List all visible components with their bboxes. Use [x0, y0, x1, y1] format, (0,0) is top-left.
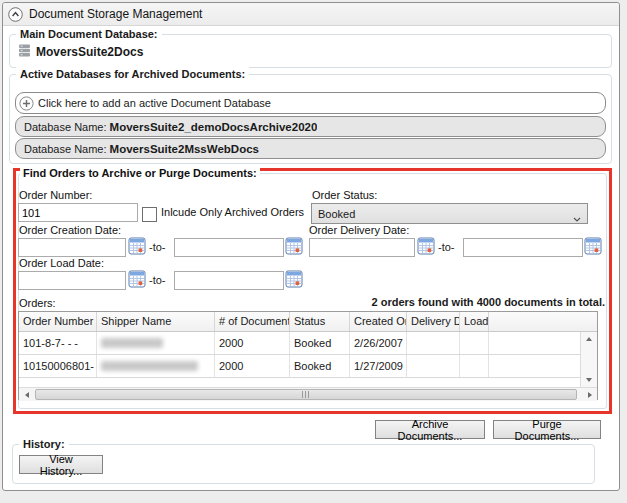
archived-database-name: MoversSuite2MssWebDocs — [110, 143, 259, 155]
view-history-button[interactable]: View History... — [19, 455, 103, 474]
cell-created-on: 2/26/2007 — [350, 332, 407, 354]
order-number-label: Order Number: — [19, 189, 92, 201]
cell-delivery-date — [407, 332, 460, 354]
load-date-to-input[interactable] — [174, 271, 284, 290]
panel-header: Document Storage Management — [3, 3, 619, 26]
cell-shipper-name — [97, 332, 215, 354]
calendar-icon[interactable] — [128, 270, 146, 288]
order-number-input[interactable] — [18, 203, 138, 222]
add-database-prompt: Click here to add an active Document Dat… — [38, 97, 271, 109]
history-group: History: View History... — [12, 444, 595, 484]
cell-status: Booked — [290, 332, 350, 354]
table-row[interactable]: 101-8-7- - - 2000 Booked 2/26/2007 — [19, 332, 582, 355]
order-load-date-label: Order Load Date: — [19, 257, 104, 269]
purge-documents-button[interactable]: Purge Documents... — [493, 420, 601, 439]
calendar-icon[interactable] — [128, 237, 146, 255]
column-header-load-date[interactable]: Load Date — [460, 312, 489, 331]
main-database-label: Main Document Database: — [16, 27, 162, 42]
active-databases-group: Active Databases for Archived Documents:… — [9, 74, 612, 164]
history-label: History: — [19, 437, 69, 452]
redacted-shipper-name — [101, 338, 163, 348]
cell-documents: 2000 — [215, 332, 290, 354]
main-database-group: Main Document Database: MoversSuite2Docs — [9, 34, 612, 68]
order-delivery-date-label: Order Delivery Date: — [309, 224, 409, 236]
archived-database-name: MoversSuite2_demoDocsArchive2020 — [110, 121, 318, 133]
orders-label: Orders: — [19, 297, 56, 309]
scroll-right-icon[interactable] — [582, 388, 597, 401]
cell-order-number: 10150006801- - - — [19, 355, 97, 377]
column-header-filler — [489, 312, 597, 331]
thumb-grip-icon — [302, 391, 311, 398]
cell-status: Booked — [290, 355, 350, 377]
order-status-label: Order Status: — [312, 189, 377, 201]
cell-order-number: 101-8-7- - - — [19, 332, 97, 354]
database-name-prefix: Database Name: — [24, 143, 110, 155]
delivery-date-to-input[interactable] — [463, 238, 583, 257]
order-status-value: Booked — [318, 208, 355, 220]
scroll-down-icon[interactable] — [581, 373, 597, 387]
cell-created-on: 1/27/2009 — [350, 355, 407, 377]
column-header-documents[interactable]: # of Documents — [215, 312, 290, 331]
calendar-icon[interactable] — [285, 270, 303, 288]
column-header-delivery-date[interactable]: Delivery Date — [407, 312, 460, 331]
find-orders-highlight: Find Orders to Archive or Purge Document… — [13, 168, 612, 414]
include-archived-checkbox[interactable] — [142, 207, 157, 222]
to-separator: -to- — [149, 241, 166, 253]
cell-shipper-name — [97, 355, 215, 377]
find-orders-label: Find Orders to Archive or Purge Document… — [20, 167, 260, 179]
creation-date-from-input[interactable] — [18, 238, 126, 257]
include-archived-label: Inlcude Only Archived Orders — [161, 206, 304, 218]
scroll-up-icon[interactable] — [581, 332, 597, 346]
delivery-date-from-input[interactable] — [309, 238, 415, 257]
horizontal-scrollbar[interactable] — [19, 387, 597, 401]
calendar-icon[interactable] — [285, 237, 303, 255]
orders-table-header: Order Number Shipper Name # of Documents… — [19, 312, 597, 332]
cell-documents: 2000 — [215, 355, 290, 377]
add-database-button[interactable]: Click here to add an active Document Dat… — [15, 92, 606, 114]
redacted-shipper-name — [101, 361, 198, 371]
chevron-down-icon — [573, 212, 581, 224]
archived-database-item[interactable]: Database Name: MoversSuite2MssWebDocs — [15, 138, 606, 159]
archive-documents-button[interactable]: Archive Documents... — [375, 420, 485, 439]
cell-load-date — [460, 355, 489, 377]
panel-title: Document Storage Management — [29, 7, 202, 21]
plus-icon — [19, 96, 34, 111]
column-header-order-number[interactable]: Order Number — [19, 312, 97, 331]
cell-load-date — [460, 332, 489, 354]
collapse-expander-icon[interactable] — [8, 7, 23, 22]
calendar-icon[interactable] — [417, 237, 435, 255]
cell-delivery-date — [407, 355, 460, 377]
order-creation-date-label: Order Creation Date: — [19, 224, 121, 236]
to-separator: -to- — [438, 241, 455, 253]
orders-summary: 2 orders found with 4000 documents in to… — [372, 296, 605, 308]
main-database-name: MoversSuite2Docs — [36, 45, 143, 59]
database-name-prefix: Database Name: — [24, 121, 110, 133]
scroll-left-icon[interactable] — [19, 388, 34, 401]
order-status-select[interactable]: Booked — [311, 203, 588, 224]
vertical-scrollbar[interactable] — [580, 332, 597, 387]
active-databases-label: Active Databases for Archived Documents: — [16, 67, 249, 82]
to-separator: -to- — [149, 274, 166, 286]
column-header-status[interactable]: Status — [290, 312, 350, 331]
calendar-icon[interactable] — [584, 237, 602, 255]
scrollbar-thumb[interactable] — [35, 389, 577, 400]
column-header-created-on[interactable]: Created On — [350, 312, 407, 331]
column-header-shipper-name[interactable]: Shipper Name — [97, 312, 215, 331]
document-storage-panel: Document Storage Management Main Documen… — [2, 2, 620, 491]
orders-table: Order Number Shipper Name # of Documents… — [18, 311, 598, 400]
archived-database-item[interactable]: Database Name: MoversSuite2_demoDocsArch… — [15, 116, 606, 137]
load-date-from-input[interactable] — [18, 271, 126, 290]
database-icon — [18, 44, 31, 59]
creation-date-to-input[interactable] — [174, 238, 284, 257]
table-row[interactable]: 10150006801- - - 2000 Booked 1/27/2009 — [19, 355, 582, 378]
